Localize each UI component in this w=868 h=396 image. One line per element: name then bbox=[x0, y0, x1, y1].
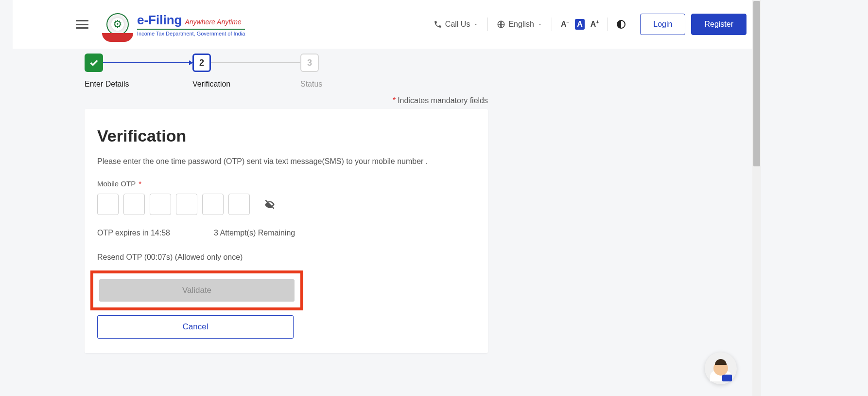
otp-status-row: OTP expires in 14:58 3 Attempt(s) Remain… bbox=[97, 229, 475, 237]
resend-otp-text: Resend OTP (00:07s) (Allowed only once) bbox=[97, 253, 475, 262]
font-size-decrease[interactable]: A− bbox=[559, 18, 571, 30]
otp-digit-6[interactable] bbox=[228, 194, 250, 215]
brand-tagline: Anywhere Anytime bbox=[185, 18, 241, 26]
otp-digit-4[interactable] bbox=[176, 194, 197, 215]
otp-digit-5[interactable] bbox=[202, 194, 224, 215]
chevron-down-icon bbox=[537, 21, 543, 27]
login-button[interactable]: Login bbox=[640, 14, 685, 35]
validate-highlight: Validate bbox=[90, 270, 303, 310]
stepper: 2 3 Enter Details Verification Status bbox=[85, 49, 761, 96]
font-size-default[interactable]: A bbox=[575, 19, 585, 30]
contrast-toggle[interactable] bbox=[608, 20, 634, 29]
validate-button[interactable]: Validate bbox=[99, 279, 295, 302]
visibility-off-icon[interactable] bbox=[263, 198, 276, 211]
brand-logo[interactable]: ⚙ e-Filing Anywhere Anytime Income Tax D… bbox=[103, 10, 245, 39]
otp-label: Mobile OTP * bbox=[97, 180, 475, 188]
step-3-label: Status bbox=[300, 80, 322, 89]
otp-digit-2[interactable] bbox=[123, 194, 145, 215]
app-frame: ⚙ e-Filing Anywhere Anytime Income Tax D… bbox=[13, 0, 761, 396]
chatbot-button[interactable] bbox=[705, 352, 737, 384]
step-2-active: 2 bbox=[192, 54, 211, 72]
mandatory-fields-note: *Indicates mandatory fields bbox=[85, 96, 488, 105]
check-icon bbox=[88, 57, 99, 68]
otp-attempts: 3 Attempt(s) Remaining bbox=[214, 229, 295, 237]
card-title: Verification bbox=[97, 126, 475, 145]
phone-icon bbox=[434, 20, 442, 29]
emblem-icon: ⚙ bbox=[103, 10, 132, 39]
globe-icon bbox=[497, 20, 505, 29]
step-connector-1-2 bbox=[103, 62, 192, 63]
otp-expiry: OTP expires in 14:58 bbox=[97, 229, 170, 237]
contrast-icon bbox=[617, 20, 625, 29]
font-size-increase[interactable]: A+ bbox=[589, 18, 601, 30]
menu-icon[interactable] bbox=[76, 20, 88, 29]
cancel-button[interactable]: Cancel bbox=[97, 315, 294, 339]
otp-digit-3[interactable] bbox=[150, 194, 171, 215]
otp-input-row bbox=[97, 194, 475, 215]
language-dropdown[interactable]: English bbox=[488, 20, 551, 29]
step-3-future: 3 bbox=[300, 54, 319, 72]
step-1-label: Enter Details bbox=[85, 80, 192, 89]
page-header: ⚙ e-Filing Anywhere Anytime Income Tax D… bbox=[13, 0, 761, 49]
scrollbar-thumb[interactable] bbox=[753, 1, 760, 166]
chatbot-avatar-icon bbox=[713, 361, 728, 376]
chevron-down-icon bbox=[473, 21, 479, 27]
verification-card: Verification Please enter the one time p… bbox=[85, 109, 488, 353]
step-2-label: Verification bbox=[192, 80, 300, 89]
font-size-controls: A− A A+ bbox=[552, 18, 608, 30]
step-connector-2-3 bbox=[211, 62, 300, 63]
brand-name: e-Filing bbox=[137, 13, 182, 28]
header-controls: Call Us English A− A A+ Login Register bbox=[425, 14, 746, 35]
register-button[interactable]: Register bbox=[691, 14, 746, 35]
scrollbar[interactable] bbox=[752, 0, 761, 396]
card-lead: Please enter the one time password (OTP)… bbox=[97, 157, 475, 166]
otp-digit-1[interactable] bbox=[97, 194, 119, 215]
step-1-done bbox=[85, 54, 103, 72]
brand-subtitle: Income Tax Department, Government of Ind… bbox=[137, 31, 245, 36]
brand-text: e-Filing Anywhere Anytime Income Tax Dep… bbox=[137, 13, 245, 36]
call-us-dropdown[interactable]: Call Us bbox=[425, 20, 488, 29]
